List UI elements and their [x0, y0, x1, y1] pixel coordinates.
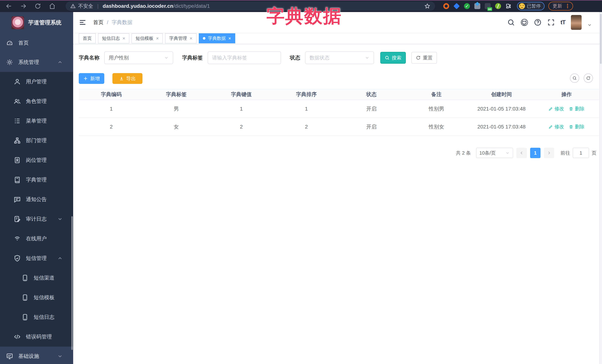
search-button[interactable]: 搜索 — [380, 52, 406, 64]
table-header-row: 字典编码 字典标签 字典键值 字典排序 状态 备注 创建时间 操作 — [79, 89, 599, 100]
tab-close-icon[interactable]: × — [190, 36, 192, 41]
search-icon[interactable] — [507, 19, 515, 26]
delete-link[interactable]: 删除 — [569, 105, 584, 112]
next-page-button[interactable] — [544, 148, 554, 158]
reload-icon[interactable] — [34, 3, 41, 10]
tab-close-icon[interactable]: × — [156, 36, 159, 41]
dark-on-badge-extension-icon[interactable]: on — [485, 3, 491, 9]
sidebar-item-sms[interactable]: 短信管理 — [0, 249, 73, 268]
edit-link[interactable]: 修改 — [548, 105, 564, 112]
tab-dict-data[interactable]: 字典数据 × — [199, 33, 235, 43]
sidebar-item-audit-log[interactable]: 审计日志 — [0, 209, 73, 229]
edit-link[interactable]: 修改 — [548, 124, 564, 130]
browser-menu-icon[interactable]: ⋮ — [565, 3, 570, 9]
sidebar-item-label: 岗位管理 — [26, 157, 47, 164]
status-placeholder: 数据状态 — [310, 54, 330, 61]
dict-tag-input[interactable] — [212, 55, 277, 61]
prev-page-button[interactable] — [516, 148, 527, 158]
tab-sms-log[interactable]: 短信日志 × — [98, 33, 129, 43]
sidebar-item-system[interactable]: 系统管理 — [0, 52, 73, 72]
scrollbar-thumb[interactable] — [600, 14, 602, 64]
forward-icon[interactable] — [20, 3, 27, 10]
sidebar-scrollbar[interactable] — [71, 216, 73, 350]
add-button[interactable]: 新增 — [79, 73, 104, 84]
sidebar-item-sms-log[interactable]: 短信日志 — [0, 307, 73, 327]
url-separator: | — [97, 3, 98, 9]
tab-sms-template[interactable]: 短信模板 × — [131, 33, 163, 43]
sidebar-item-infra[interactable]: 基础设施 — [0, 347, 73, 364]
reset-button[interactable]: 重置 — [411, 52, 437, 64]
sidebar-item-sms-template[interactable]: 短信模板 — [0, 288, 73, 307]
dict-name-select[interactable]: 用户性别 — [104, 52, 173, 64]
sidebar-submenu-system: 用户管理 角色管理 菜单管理 部门管理 岗位管理 字典管理 — [0, 72, 73, 347]
sidebar-logo-row[interactable]: 芋道管理系统 — [0, 12, 73, 33]
green-leaf-extension-icon[interactable] — [495, 3, 501, 9]
search-icon — [385, 55, 389, 60]
sidebar-item-online-users[interactable]: 在线用户 — [0, 229, 73, 249]
avatar[interactable] — [571, 15, 582, 30]
cell-dict-sort: 2 — [274, 124, 339, 130]
tab-close-icon[interactable]: × — [228, 36, 231, 41]
sidebar-item-roles[interactable]: 角色管理 — [0, 92, 73, 111]
window-scrollbar[interactable] — [599, 12, 602, 364]
sidebar-item-departments[interactable]: 部门管理 — [0, 131, 73, 150]
breadcrumb-home[interactable]: 首页 — [93, 19, 104, 26]
filter-form: 字典名称 用户性别 字典标签 状态 数据状态 搜索 重置 — [79, 52, 437, 64]
refresh-circle-icon[interactable] — [584, 73, 593, 83]
fullscreen-icon[interactable] — [547, 19, 555, 26]
phone-icon — [22, 314, 29, 321]
url-host[interactable]: dashboard.yudao.iocoder.cn — [103, 3, 173, 9]
green-check-extension-icon[interactable]: ✓ — [464, 3, 470, 9]
page-size-select[interactable]: 10条/页 — [476, 148, 513, 158]
update-label: 更新 — [553, 3, 562, 9]
page-number-current[interactable]: 1 — [530, 148, 540, 158]
col-header: 操作 — [534, 91, 599, 98]
sidebar-item-home[interactable]: 首页 — [0, 33, 73, 52]
github-icon[interactable] — [520, 19, 528, 26]
tab-home[interactable]: 首页 — [79, 33, 96, 43]
table-row: 1 男 1 1 开启 性别男 2021-01-05 17:03:48 修改 删除 — [79, 100, 599, 118]
screen: 不安全 | dashboard.yudao.iocoder.cn /dict/t… — [0, 0, 602, 364]
col-header: 字典标签 — [144, 91, 209, 98]
menu-list-icon — [14, 117, 21, 125]
search-circle-icon[interactable] — [570, 73, 579, 83]
hamburger-icon[interactable] — [79, 19, 86, 26]
tab-close-icon[interactable]: × — [122, 36, 125, 41]
cell-dict-value: 1 — [209, 106, 274, 112]
phone-icon — [22, 294, 29, 301]
export-button[interactable]: 导出 — [112, 73, 142, 84]
sidebar-item-posts[interactable]: 岗位管理 — [0, 150, 73, 170]
home-icon[interactable] — [49, 3, 55, 10]
cell-dict-label: 女 — [144, 123, 209, 130]
cell-dict-code: 1 — [79, 106, 144, 112]
goto-page-input[interactable] — [573, 148, 589, 158]
url-path[interactable]: /dict/type/data/1 — [173, 3, 210, 9]
sidebar-item-label: 错误码管理 — [26, 333, 52, 340]
on-badge: on — [487, 7, 492, 11]
cell-dict-value: 2 — [209, 124, 274, 130]
orange-extension-icon[interactable] — [443, 3, 449, 9]
tab-dict-manage[interactable]: 字典管理 × — [165, 33, 196, 43]
browser-profile-chip[interactable]: 已暂停 — [517, 2, 545, 10]
puzzle-extensions-icon[interactable] — [505, 3, 511, 9]
status-select[interactable]: 数据状态 — [305, 52, 374, 64]
help-icon[interactable] — [534, 19, 542, 26]
blue-gem-extension-icon[interactable] — [454, 3, 460, 9]
sidebar-item-notice[interactable]: 通知公告 — [0, 190, 73, 209]
security-warning-icon[interactable] — [70, 3, 75, 9]
sidebar-item-error-codes[interactable]: 错误码管理 — [0, 327, 73, 347]
sidebar-item-dict[interactable]: 字典管理 — [0, 170, 73, 190]
sidebar-item-sms-channel[interactable]: 短信渠道 — [0, 268, 73, 288]
font-size-icon[interactable]: tT — [560, 19, 565, 26]
back-icon[interactable] — [6, 3, 12, 10]
browser-update-button[interactable]: 更新 ⋮ — [548, 2, 573, 10]
security-label[interactable]: 不安全 — [78, 3, 93, 10]
chevron-down-icon[interactable] — [587, 23, 592, 27]
sidebar-item-menus[interactable]: 菜单管理 — [0, 111, 73, 131]
bookmark-star-icon[interactable] — [424, 3, 430, 9]
address-bar[interactable]: 不安全 | dashboard.yudao.iocoder.cn /dict/t… — [65, 1, 435, 11]
sidebar-item-users[interactable]: 用户管理 — [0, 72, 73, 92]
breadcrumb-separator: / — [107, 20, 108, 25]
gray-bars-extension-icon[interactable] — [474, 3, 480, 9]
delete-link[interactable]: 删除 — [569, 124, 584, 130]
